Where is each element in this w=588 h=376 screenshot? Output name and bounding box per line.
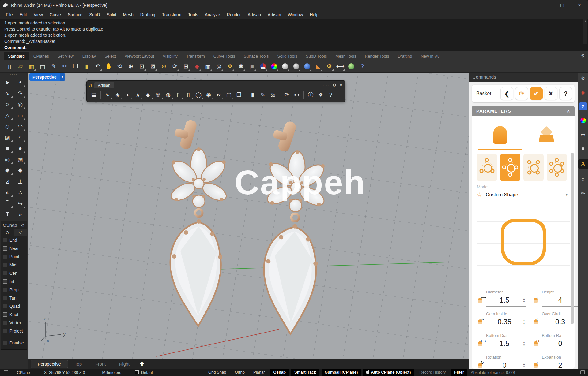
select-arrow-icon[interactable]: ➤	[1, 77, 14, 88]
osnap-option[interactable]: Knot	[1, 310, 27, 318]
explode-icon[interactable]: ✹	[1, 165, 14, 176]
rotate-view-icon[interactable]: ⟲	[115, 62, 124, 71]
toolbar-tab[interactable]: New in V8	[417, 52, 444, 60]
parameter-value[interactable]: 1.5	[486, 296, 523, 304]
confirm-button[interactable]: ✔	[530, 87, 543, 100]
panel-toggle-right-icon[interactable]	[580, 370, 585, 374]
menu-item[interactable]: Solid	[103, 10, 119, 19]
parameter-value[interactable]: 0.35	[486, 318, 523, 326]
menu-item[interactable]: Render	[224, 10, 244, 19]
menu-item[interactable]: Surface	[64, 10, 86, 19]
osnap-option[interactable]: Mid	[1, 261, 27, 269]
viewport-label-text[interactable]: Perspective	[29, 73, 60, 81]
artisan-frame-icon[interactable]: ▯	[174, 90, 183, 100]
brush-panel-icon[interactable]: ✏	[579, 189, 587, 197]
checkbox[interactable]	[3, 246, 7, 251]
artisan-signet-icon[interactable]: ◉	[204, 90, 213, 100]
toolbar-gear-icon[interactable]: ⚙	[581, 53, 585, 58]
separator[interactable]	[303, 91, 304, 99]
artisan-curve-icon[interactable]: ∿	[103, 90, 112, 100]
toolbar-tab[interactable]: Curve Tools	[209, 52, 239, 60]
parameter-value[interactable]: 0	[542, 340, 579, 348]
panel-scrollbar[interactable]	[571, 153, 574, 324]
toolbar-tab[interactable]: Drafting	[394, 52, 417, 60]
mode-4-prong-square[interactable]	[523, 154, 544, 181]
layer-button[interactable]: Default	[141, 370, 154, 375]
earth-icon[interactable]	[347, 62, 356, 71]
ghost-circle-icon[interactable]: ○	[579, 175, 587, 183]
hide-lamp-icon[interactable]: ✺	[236, 62, 246, 71]
edit-doc-icon[interactable]: ✎	[49, 62, 58, 71]
display-panel-icon[interactable]: ▭	[579, 131, 587, 139]
menu-item[interactable]: Transform	[159, 10, 185, 19]
artisan-gear-icon[interactable]: ⚙	[333, 83, 337, 87]
artisan-head-icon[interactable]: ♛	[153, 90, 163, 100]
checkbox[interactable]	[3, 288, 7, 292]
artisan-layers-icon[interactable]: ❖	[316, 90, 325, 100]
help-panel-icon[interactable]: ?	[579, 102, 587, 110]
checkbox[interactable]	[3, 312, 7, 317]
viewport-tab[interactable]: Right	[112, 360, 136, 368]
save-icon[interactable]: ▦	[27, 62, 36, 71]
parameter-value[interactable]: 0	[486, 361, 523, 370]
menu-item[interactable]: Tools	[185, 10, 202, 19]
circle-icon[interactable]: ○	[1, 99, 14, 110]
collapse-chevron-icon[interactable]: ∧	[567, 109, 570, 113]
layers-icon[interactable]	[258, 62, 268, 71]
toolbar-tab[interactable]: Render Tools	[360, 52, 393, 60]
menu-item[interactable]: SubD	[86, 10, 103, 19]
toolbar-tab[interactable]: Standard	[4, 52, 29, 60]
artisan-help-icon[interactable]: ?	[326, 90, 335, 100]
viewport-layout-icon[interactable]: ⊞	[181, 62, 190, 71]
menu-item[interactable]: Help	[306, 10, 322, 19]
viewport-label[interactable]: Perspective ▼	[29, 73, 65, 81]
cplane-button[interactable]: CPlane	[17, 370, 30, 375]
undo-icon[interactable]: ↶	[93, 62, 102, 71]
Gumball (CPlane)[interactable]: Gumball (CPlane)	[322, 369, 361, 376]
toolbar-tab[interactable]: Solid Tools	[273, 52, 301, 60]
chevron-down-icon[interactable]: ▼	[565, 193, 568, 197]
torus-icon[interactable]: ◎	[1, 154, 14, 165]
spotlight-icon[interactable]: ◣	[314, 62, 323, 71]
viewport-tab[interactable]: Front	[89, 360, 112, 368]
filter-tab[interactable]: ▽	[14, 229, 27, 236]
artisan-library-icon[interactable]: ❐	[234, 90, 243, 100]
mode-3-prong[interactable]	[477, 154, 497, 181]
open-file-icon[interactable]: ▱	[16, 62, 25, 71]
parameter-value[interactable]: 2	[542, 361, 579, 370]
interp-curve-icon[interactable]: ↷	[14, 88, 27, 99]
menu-item[interactable]: Mesh	[120, 10, 137, 19]
artisan-cabochon-icon[interactable]: ◍	[164, 90, 173, 100]
osnap-option[interactable]: Int	[1, 277, 27, 285]
print-icon[interactable]: ▤	[38, 62, 47, 71]
Grid Snap[interactable]: Grid Snap	[205, 369, 229, 376]
checkbox[interactable]	[3, 321, 7, 325]
artisan-mouse-icon[interactable]: ▮	[248, 90, 257, 100]
shape-preview[interactable]	[477, 203, 570, 287]
osnap-option[interactable]: Cen	[1, 269, 27, 277]
osnap-option[interactable]: Point	[1, 252, 27, 261]
toolbar-grip[interactable]: ••••	[0, 73, 28, 77]
separator[interactable]	[246, 91, 246, 99]
toolbar-grip-dots[interactable]: ····	[323, 84, 329, 87]
maximize-button[interactable]: ▢	[554, 0, 571, 10]
separator[interactable]	[100, 91, 101, 99]
mode-6-prong[interactable]	[547, 154, 567, 181]
osnap-option[interactable]: Project	[1, 327, 27, 335]
artisan-shoulder-icon[interactable]: ◗	[123, 90, 132, 100]
checkbox[interactable]	[3, 263, 7, 267]
help-icon[interactable]: ?	[358, 62, 367, 71]
menu-item[interactable]: Artisan	[244, 10, 265, 19]
units-button[interactable]: Millimeters	[102, 370, 121, 375]
boolean-union-icon[interactable]: ◐	[1, 187, 14, 198]
materials-icon[interactable]: ◆	[579, 88, 587, 96]
loft-icon[interactable]: ◜	[14, 132, 27, 143]
tab-basket-seat[interactable]	[523, 120, 570, 150]
color-wheel-icon[interactable]	[270, 62, 279, 71]
surface-points-icon[interactable]: ▨	[1, 132, 14, 143]
visibility-icon[interactable]: ❖	[225, 62, 235, 71]
osnap-tab[interactable]: ⊙	[1, 229, 14, 236]
refresh-button[interactable]: ⟳	[515, 87, 528, 100]
mode-4-prong[interactable]	[500, 154, 520, 181]
control-point-curve-icon[interactable]: ∿	[1, 88, 14, 99]
